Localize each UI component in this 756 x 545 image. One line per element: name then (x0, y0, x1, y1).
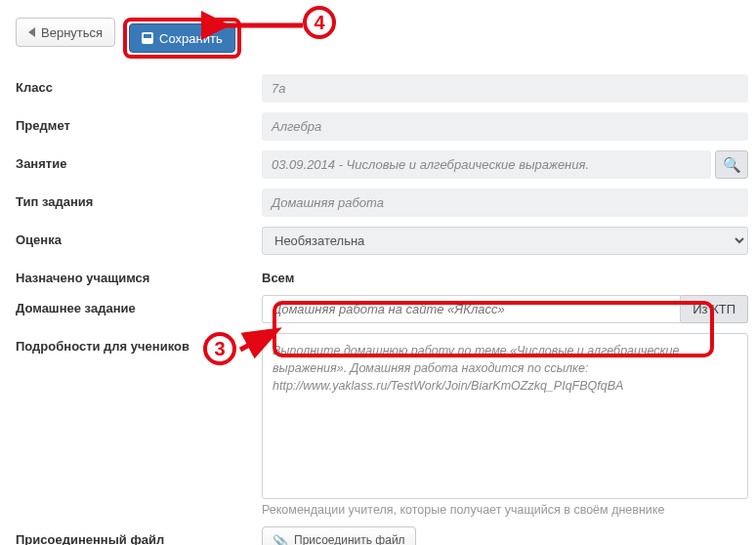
value-subject: Алгебра (262, 112, 748, 141)
label-grade: Оценка (16, 227, 262, 247)
lesson-search-button[interactable]: 🔍 (715, 150, 748, 179)
save-highlight: Сохранить (123, 18, 241, 59)
label-class: Класс (16, 74, 262, 95)
label-lesson: Занятие (16, 150, 262, 171)
from-ktp-button[interactable]: Из КТП (681, 295, 748, 323)
value-assigned: Всем (262, 265, 294, 285)
label-homework: Домашнее задание (16, 295, 262, 315)
value-lesson: 03.09.2014 - Числовые и алгебраические в… (262, 150, 711, 179)
save-button-label: Сохранить (159, 32, 223, 45)
details-hint: Рекомендации учителя, которые получает у… (262, 503, 664, 517)
label-subject: Предмет (16, 112, 262, 133)
back-button[interactable]: Вернуться (16, 18, 115, 47)
arrow-left-icon (28, 27, 35, 37)
details-textarea[interactable] (262, 333, 748, 499)
save-button[interactable]: Сохранить (129, 23, 235, 53)
label-attachment: Присоединенный файл (16, 526, 262, 545)
save-icon (142, 32, 153, 44)
attach-file-button[interactable]: 📎 Присоединить файл (262, 526, 416, 545)
grade-select[interactable]: Необязательна (262, 227, 748, 255)
back-button-label: Вернуться (41, 26, 103, 39)
callout-3: 3 (203, 332, 236, 365)
paperclip-icon: 📎 (273, 535, 288, 546)
label-assigned: Назначено учащимся (16, 265, 262, 285)
callout-4: 4 (303, 6, 336, 39)
value-class: 7а (262, 74, 748, 103)
value-task-type: Домашняя работа (262, 189, 748, 217)
homework-input[interactable] (262, 295, 681, 323)
search-icon: 🔍 (723, 156, 741, 174)
label-task-type: Тип задания (16, 189, 262, 209)
